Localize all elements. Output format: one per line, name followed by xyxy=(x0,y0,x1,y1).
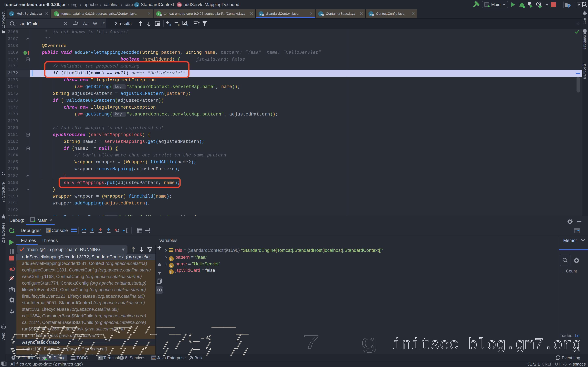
svg-text:II: II xyxy=(169,23,171,27)
svg-text:ee: ee xyxy=(152,357,155,359)
svg-text:I: I xyxy=(25,51,26,55)
svg-text:II: II xyxy=(178,23,180,27)
svg-text:II: II xyxy=(186,23,188,27)
